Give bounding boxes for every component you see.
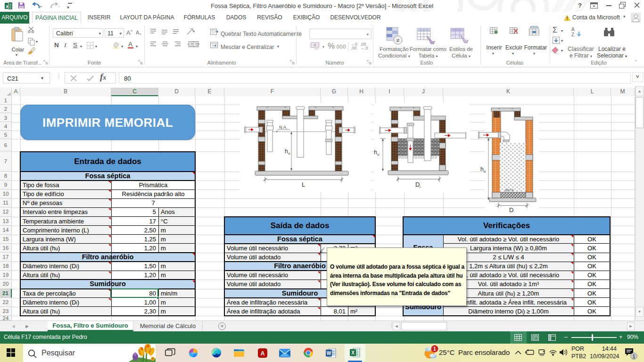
- svg-text:u: u: [377, 152, 379, 156]
- svg-text:h: h: [480, 166, 484, 173]
- svg-text:u: u: [484, 169, 486, 173]
- svg-text:N.A.: N.A.: [279, 125, 288, 130]
- svg-text:Z: Z: [571, 32, 574, 37]
- svg-text:W: W: [327, 351, 331, 356]
- svg-text:▾: ▾: [193, 29, 195, 33]
- svg-text:h: h: [374, 149, 377, 156]
- svg-text:h: h: [285, 148, 288, 155]
- svg-text:X: X: [351, 350, 355, 355]
- svg-text:i: i: [420, 185, 421, 189]
- svg-text:D: D: [509, 206, 513, 212]
- svg-text:A: A: [261, 350, 265, 357]
- svg-text:u: u: [288, 151, 290, 156]
- svg-text:BRITA: BRITA: [505, 189, 514, 192]
- svg-text:≠: ≠: [396, 37, 400, 44]
- svg-text:A: A: [571, 27, 575, 32]
- svg-text:1: 1: [433, 346, 436, 352]
- svg-text:i: i: [513, 210, 514, 212]
- svg-text:L: L: [302, 181, 305, 188]
- svg-text:D: D: [415, 181, 420, 188]
